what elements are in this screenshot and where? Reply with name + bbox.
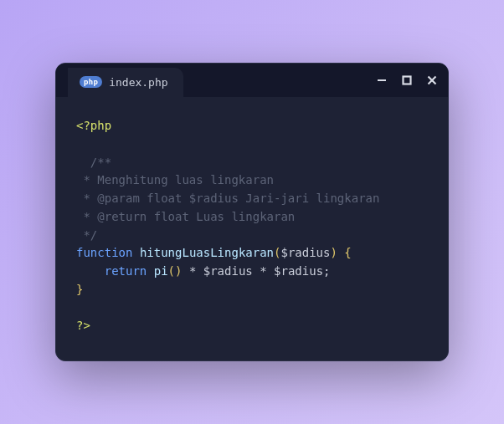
paren-close: ) xyxy=(330,246,337,259)
minimize-button[interactable] xyxy=(376,74,388,86)
svg-rect-1 xyxy=(404,77,411,84)
brace-open: { xyxy=(344,246,351,259)
call-pi: pi xyxy=(154,264,168,278)
docblock-line: * @return float Luas lingkaran xyxy=(76,210,295,223)
close-button[interactable] xyxy=(426,74,438,86)
function-name: hitungLuasLingkaran xyxy=(140,246,274,259)
variable: $radius xyxy=(203,264,253,278)
call-parens: () xyxy=(168,264,183,278)
docblock-line: * Menghitung luas lingkaran xyxy=(76,173,274,186)
file-tab[interactable]: php index.php xyxy=(68,68,183,97)
window-controls xyxy=(376,74,438,86)
docblock-open: /** xyxy=(76,156,111,169)
php-close-tag: ?> xyxy=(76,319,90,332)
tab-filename: index.php xyxy=(109,76,167,89)
maximize-button[interactable] xyxy=(401,74,413,86)
php-icon: php xyxy=(80,76,102,88)
docblock-close: */ xyxy=(76,228,97,242)
keyword-function: function xyxy=(76,246,132,259)
brace-close: } xyxy=(76,283,83,296)
titlebar: php index.php xyxy=(56,64,448,97)
php-open-tag: <?php xyxy=(76,119,111,132)
keyword-return: return xyxy=(105,264,147,278)
semicolon: ; xyxy=(323,264,330,278)
operator-mul: * xyxy=(182,264,203,278)
editor-window: php index.php <?php /** * Menghitung lua… xyxy=(55,63,449,360)
parameter: $radius xyxy=(280,246,330,259)
docblock-line: * @param float $radius Jari-jari lingkar… xyxy=(76,192,379,205)
operator-mul: * xyxy=(253,264,274,278)
code-editor[interactable]: <?php /** * Menghitung luas lingkaran * … xyxy=(56,97,448,360)
variable: $radius xyxy=(274,264,323,278)
